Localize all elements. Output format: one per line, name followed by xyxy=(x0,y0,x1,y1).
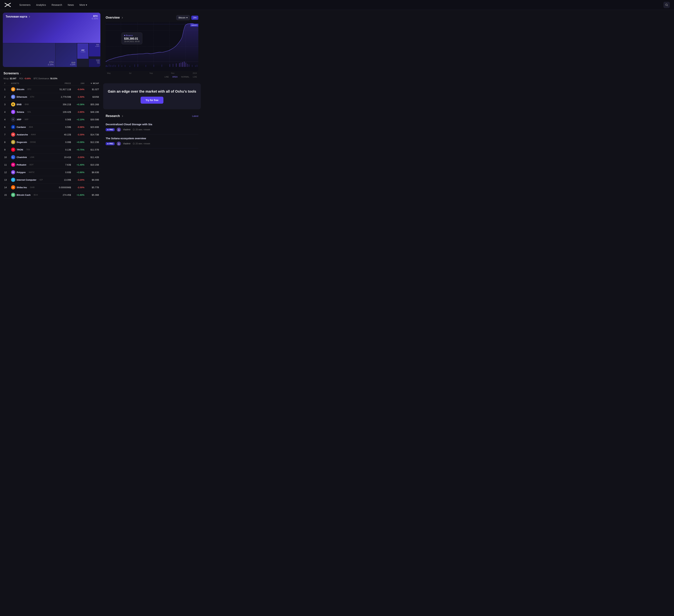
table-row[interactable]: 14 S Shiba Inu · SHIB 0.0000098$ -2.00% … xyxy=(3,184,100,191)
row-change: +2.10% xyxy=(72,116,86,123)
cta-try-button[interactable]: Try for free xyxy=(141,97,163,104)
search-button[interactable] xyxy=(663,2,670,8)
col-mcap[interactable]: ▼ MCAP xyxy=(86,81,100,86)
heatmap-doge-cell[interactable]: DOGE -0.55% AVAX -4.6% xyxy=(89,59,100,67)
heatmap-card[interactable]: Тепловая карта BTC -0.35% ETH -2.10% xyxy=(3,13,100,67)
chart-type-line[interactable]: LINE xyxy=(163,75,170,79)
roi-value: -0.64% xyxy=(24,78,31,80)
table-row[interactable]: 4 S Solana · SOL 109.42$ -3.90% $48.19B xyxy=(3,108,100,116)
btc-pct: -0.35% xyxy=(91,17,98,20)
cta-card: Gain an edge over the market with all of… xyxy=(103,83,201,109)
row-price: 13.09$ xyxy=(53,176,72,184)
coin-name: Bitcoin xyxy=(17,88,24,91)
table-row[interactable]: 10 L Chainlink · LINK 19.41$ -3.00% $11.… xyxy=(3,153,100,161)
logo[interactable] xyxy=(4,2,11,7)
table-row[interactable]: 6 A Cardano · ADA 0.59$ -0.98% $20.80B xyxy=(3,123,100,131)
eth-label: ETH xyxy=(49,61,53,63)
row-mcap: $5.36B xyxy=(86,191,100,199)
heatmap-sol-cell[interactable]: SOL -4.60% xyxy=(89,43,100,57)
chart-type-area[interactable]: AREA xyxy=(171,75,179,79)
table-row[interactable]: 1 B Bitcoin · BTC 51,917.11$ -0.04% $1.0… xyxy=(3,86,100,93)
coin-ticker: · BTC xyxy=(26,88,31,90)
row-mcap: $14.73B xyxy=(86,131,100,138)
table-row[interactable]: 8 D Dogecoin · DOGE 0.09$ +0.09% $12.23B xyxy=(3,138,100,146)
author-name: Vladimir xyxy=(123,128,131,131)
screeners-table: # Assets Price 24H ▼ MCAP 1 B Bitcoin · … xyxy=(3,81,100,199)
table-row[interactable]: 4 X XRP · XRP 0.56$ +2.10% $30.59B xyxy=(3,116,100,123)
screeners-header: Screeners › xyxy=(3,69,100,76)
row-price: 40.22$ xyxy=(53,131,72,138)
btc-dominance-value: 50.03% xyxy=(50,78,58,80)
row-num: 9 xyxy=(3,146,10,153)
row-price: 109.42$ xyxy=(53,108,72,116)
heatmap-bnb-cell[interactable]: BNB -0.20% xyxy=(55,43,77,67)
col-hash: # xyxy=(3,81,10,86)
row-mcap: $6.00B xyxy=(86,176,100,184)
nav-screeners[interactable]: Screeners xyxy=(17,2,33,8)
table-row[interactable]: 13 I Internet Computer · ICP 13.09$ -3.2… xyxy=(3,176,100,184)
research-card: Research Latest Decentralized Cloud Stor… xyxy=(103,112,201,151)
svg-rect-34 xyxy=(186,62,186,67)
tooltip-price: $30,380.01 xyxy=(124,37,140,40)
x-label-nov: Nov xyxy=(171,72,175,74)
row-mcap: $48.19B xyxy=(86,108,100,116)
heatmap-eth-cell[interactable]: ETH -2.10% xyxy=(3,43,55,67)
heatmap-header: Тепловая карта xyxy=(6,15,31,18)
table-row[interactable]: 9 T TRON · TRX 0.13$ +0.75% $11.57B xyxy=(3,146,100,153)
row-price: 0.0000098$ xyxy=(53,184,72,191)
chart-title-row: Overview xyxy=(106,16,124,19)
coin-name: Polkadot xyxy=(17,163,26,166)
screeners-arrow[interactable]: › xyxy=(20,72,21,75)
row-price: 356.21$ xyxy=(53,101,72,108)
table-row[interactable]: 3 B BNB · BNB 356.21$ +0.36% $55.26B xyxy=(3,101,100,108)
coin-ticker: · SOL xyxy=(26,111,31,113)
nav-more[interactable]: More ▾ xyxy=(77,2,90,8)
coin-name: Ethereum xyxy=(17,96,27,98)
coin-icon-icp: I xyxy=(11,178,15,182)
research-filter[interactable]: Latest xyxy=(192,115,198,117)
timeframe-button[interactable]: 24ч xyxy=(191,16,198,20)
xrp-pct: +1.30% xyxy=(80,51,85,53)
table-row[interactable]: 12 M Polygon · MATIC 0.93$ +3.90% $8.63B xyxy=(3,169,100,176)
svg-rect-27 xyxy=(170,64,170,67)
table-row[interactable]: 15 B Bitcoin Cash · BCH 274.45$ +1.60% $… xyxy=(3,191,100,199)
author-avatar xyxy=(117,128,121,132)
row-asset: B Bitcoin · BTC xyxy=(10,86,53,93)
nav-news[interactable]: News xyxy=(65,2,76,8)
chart-xaxis: May Jul Sep Nov 2024 xyxy=(106,71,198,74)
chart-type-log[interactable]: LOG xyxy=(192,75,198,79)
table-row[interactable]: 7 A Avalanche · AVAX 40.22$ -3.30% $14.7… xyxy=(3,131,100,138)
research-item-title[interactable]: Decentralized Cloud Storage with Sia xyxy=(106,123,198,126)
nav-analytics[interactable]: Analytics xyxy=(34,2,48,8)
pro-label: PRO xyxy=(109,143,113,145)
svg-rect-19 xyxy=(122,65,122,67)
chart-type-normal[interactable]: NORMAL xyxy=(180,75,191,79)
row-num: 13 xyxy=(3,176,10,184)
svg-point-40 xyxy=(118,129,119,130)
chart-exchange-label: nance's xyxy=(190,24,198,27)
bnb-label: BNB xyxy=(72,61,76,64)
research-item-title[interactable]: The Solana ecosystem overview xyxy=(106,137,198,140)
research-title-row: Research xyxy=(106,114,124,118)
svg-rect-22 xyxy=(134,64,135,67)
coin-selector[interactable]: Bitcoin ▾ xyxy=(176,15,190,20)
screeners-card: Screeners › Mcap: $2.04T ROI: -0.64% BTC… xyxy=(3,69,100,199)
row-num: 11 xyxy=(3,161,10,169)
nav-research[interactable]: Research xyxy=(49,2,65,8)
coin-name: Bitcoin Cash xyxy=(17,194,30,196)
screeners-meta: Mcap: $2.04T ROI: -0.64% BTC Dominance: … xyxy=(3,76,100,81)
coin-name: Solana xyxy=(17,111,24,113)
row-asset: A Avalanche · AVAX xyxy=(10,131,53,138)
svg-rect-11 xyxy=(107,65,107,67)
row-change: +1.40% xyxy=(72,161,86,169)
row-price: 0.13$ xyxy=(53,146,72,153)
table-row[interactable]: 11 D Polkadot · DOT 7.63$ +1.40% $10.15B xyxy=(3,161,100,169)
row-num: 15 xyxy=(3,191,10,199)
coin-ticker: · LINK xyxy=(29,156,34,158)
heatmap-xrp-cell[interactable]: XRP +1.30% xyxy=(77,43,89,59)
table-row[interactable]: 2 E Ethereum · ETH 2,779.59$ -1.50% $335… xyxy=(3,93,100,101)
row-mcap: $11.42B xyxy=(86,153,100,161)
row-price: 0.59$ xyxy=(53,123,72,131)
screeners-title: Screeners xyxy=(3,71,19,75)
research-title: Research xyxy=(106,114,120,118)
